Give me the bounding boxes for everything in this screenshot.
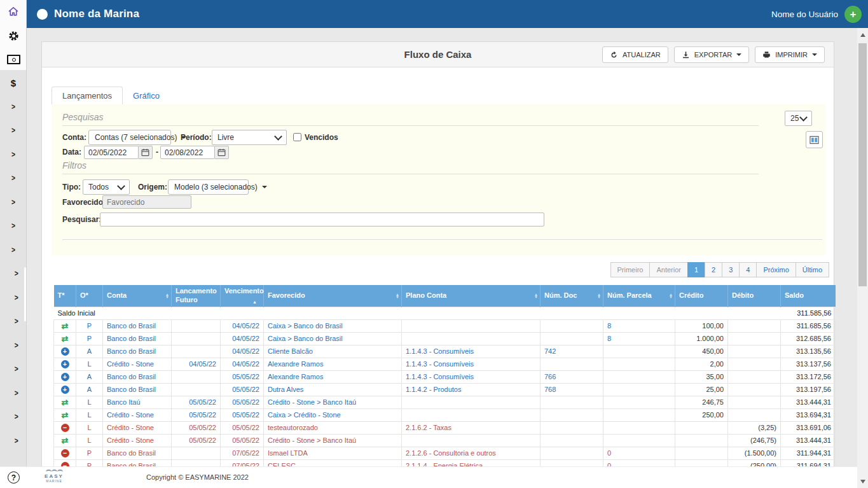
table-row[interactable]: +ABanco do Brasil05/05/22Alexandre Ramos… [54, 370, 836, 383]
sidebar-expand-icon[interactable]: > [3, 434, 24, 447]
pagination-page-4[interactable]: 4 [739, 262, 757, 277]
table-row[interactable]: +ABanco do Brasil05/05/22Dutra Alves1.1.… [54, 383, 836, 396]
favorecido-input[interactable] [102, 195, 191, 209]
exportar-button[interactable]: EXPORTAR [674, 46, 750, 63]
table-header-row: T*O*Conta▲▼Lancamento FuturoVencimento▲F… [54, 285, 836, 307]
cell-vencimento: 04/05/22 [221, 358, 264, 370]
gear-icon[interactable] [0, 26, 27, 45]
cell-num_parcela [603, 358, 675, 370]
table-row[interactable]: +LCrédito - Stone04/05/2204/05/22Alexand… [54, 358, 836, 370]
transaction-type-cell: ⇄ [54, 434, 76, 447]
vencidos-checkbox[interactable] [293, 133, 301, 141]
sidebar-expand-icon[interactable]: > [3, 315, 24, 328]
cell-num_parcela [603, 383, 675, 396]
column-header-plano-conta[interactable]: Plano Conta▲▼ [402, 285, 541, 307]
column-header-num-doc[interactable]: Núm. Doc▲▼ [541, 285, 603, 307]
pagination-page-3[interactable]: 3 [722, 262, 740, 277]
footer: ? EASY MARINE Copyright © EASYMARINE 202… [0, 466, 857, 488]
debit-minus-icon: − [61, 424, 69, 432]
cell-plano_conta [402, 332, 541, 345]
refresh-icon [610, 51, 618, 59]
table-row[interactable]: ⇄PBanco do Brasil04/05/22Caixa > Banco d… [54, 319, 836, 332]
column-header-conta[interactable]: Conta▲▼ [103, 285, 172, 307]
cell-num_doc: 742 [541, 345, 603, 358]
cell-saldo: 313.135,56 [781, 345, 836, 358]
cell-conta: Banco do Brasil [103, 345, 172, 358]
transaction-type-cell: ⇄ [54, 396, 76, 408]
pagination-first[interactable]: Primeiro [610, 262, 651, 277]
cell-plano_conta [402, 319, 541, 332]
page-size-select[interactable]: 25 [785, 111, 812, 126]
sidebar-expand-icon[interactable]: > [3, 363, 24, 375]
sidebar-expand-icon[interactable]: > [3, 386, 24, 399]
table-row[interactable]: ⇄PBanco do Brasil04/05/22Caixa > Banco d… [54, 332, 836, 345]
imprimir-button[interactable]: IMPRIMIR [755, 46, 825, 63]
add-button[interactable]: + [844, 6, 862, 23]
cell-saldo: 313.691,06 [781, 421, 836, 434]
cell-lancamento_futuro [172, 345, 221, 358]
cell-num_parcela [603, 434, 675, 447]
table-row[interactable]: ⇄LCrédito - Stone05/05/2205/05/22Caixa >… [54, 408, 836, 421]
cell-num_parcela [603, 370, 675, 383]
sidebar-expand-icon[interactable]: > [3, 148, 24, 160]
cell-debito [728, 345, 781, 358]
tab-grafico[interactable]: Gráfico [123, 87, 170, 104]
column-visibility-button[interactable] [806, 131, 823, 148]
sidebar-expand-icon[interactable]: > [3, 291, 24, 303]
sidebar-expand-icon[interactable]: > [3, 338, 24, 351]
home-icon[interactable] [0, 2, 27, 21]
pagination-page-2[interactable]: 2 [705, 262, 722, 277]
table-row[interactable]: −PBanco do Brasil07/05/22Ismael LTDA2.1.… [54, 447, 836, 459]
help-icon[interactable]: ? [8, 471, 20, 484]
scrollbar-thumb[interactable] [858, 43, 867, 286]
sidebar-expand-icon[interactable]: > [3, 100, 24, 113]
sidebar-expand-icon[interactable]: > [3, 267, 24, 280]
vertical-scrollbar[interactable] [857, 28, 868, 488]
sidebar-scrollbar-thumb[interactable] [24, 267, 26, 321]
scroll-up-icon[interactable] [857, 29, 868, 40]
cell-lancamento_futuro [172, 383, 221, 396]
cell-debito [728, 319, 781, 332]
cell-tipo: L [76, 358, 103, 370]
atualizar-button[interactable]: ATUALIZAR [602, 46, 668, 63]
sidebar-expand-icon[interactable]: > [3, 172, 24, 185]
tab-lancamentos[interactable]: Lançamentos [52, 87, 123, 105]
sidebar-expand-icon[interactable]: > [3, 220, 24, 232]
origem-dropdown[interactable]: Modelo (3 selecionados) [168, 179, 249, 195]
cell-saldo: 311.944,31 [781, 447, 836, 459]
cell-favorecido: Alexandre Ramos [264, 370, 402, 383]
calendar-icon[interactable] [139, 146, 153, 159]
filtros-section-title: Filtros [62, 160, 759, 174]
pagination-page-1[interactable]: 1 [687, 262, 705, 277]
calendar-icon[interactable] [215, 146, 229, 159]
dollar-icon[interactable]: $ [0, 73, 27, 92]
sidebar-expand-icon[interactable]: > [3, 195, 24, 208]
cell-lancamento_futuro: 04/05/22 [172, 358, 221, 370]
table-row[interactable]: +ABanco do Brasil04/05/22Cliente Balcão1… [54, 345, 836, 358]
money-icon[interactable] [0, 50, 27, 69]
sidebar-expand-icon[interactable]: > [3, 124, 24, 137]
table-row[interactable]: ⇄LBanco Itaú05/05/2205/05/22Crédito - St… [54, 396, 836, 408]
pagination-next[interactable]: Próximo [756, 262, 796, 277]
sidebar-expand-icon[interactable]: > [3, 410, 24, 423]
column-header-num-parcela[interactable]: Núm. Parcela▲▼ [603, 285, 675, 307]
pagination-last[interactable]: Último [796, 262, 829, 277]
user-name[interactable]: Nome do Usuário [771, 10, 838, 19]
date-from-input[interactable] [84, 146, 139, 159]
table-row[interactable]: −LCrédito - Stone05/05/2205/05/22testeau… [54, 421, 836, 434]
date-to-input[interactable] [160, 146, 215, 159]
sidebar-expand-icon[interactable]: > [3, 243, 24, 256]
column-header-favorecido[interactable]: Favorecido▲▼ [264, 285, 402, 307]
table-row[interactable]: ⇄LCrédito - Stone05/05/2205/05/22Crédito… [54, 434, 836, 447]
cell-favorecido: Caixa > Crédito - Stone [264, 408, 402, 421]
tipo-select[interactable]: Todos [83, 179, 130, 195]
periodo-select[interactable]: Livre [212, 130, 287, 145]
pesquisar-input[interactable] [100, 213, 544, 227]
conta-dropdown[interactable]: Contas (7 selecionados) [88, 130, 171, 145]
cell-vencimento: 05/05/22 [221, 408, 264, 421]
cell-conta: Crédito - Stone [103, 408, 172, 421]
scroll-down-icon[interactable] [857, 476, 868, 487]
pagination-prev[interactable]: Anterior [649, 262, 688, 277]
column-header-saldo: Saldo [781, 285, 836, 307]
column-header-vencimento[interactable]: Vencimento▲ [221, 285, 264, 307]
